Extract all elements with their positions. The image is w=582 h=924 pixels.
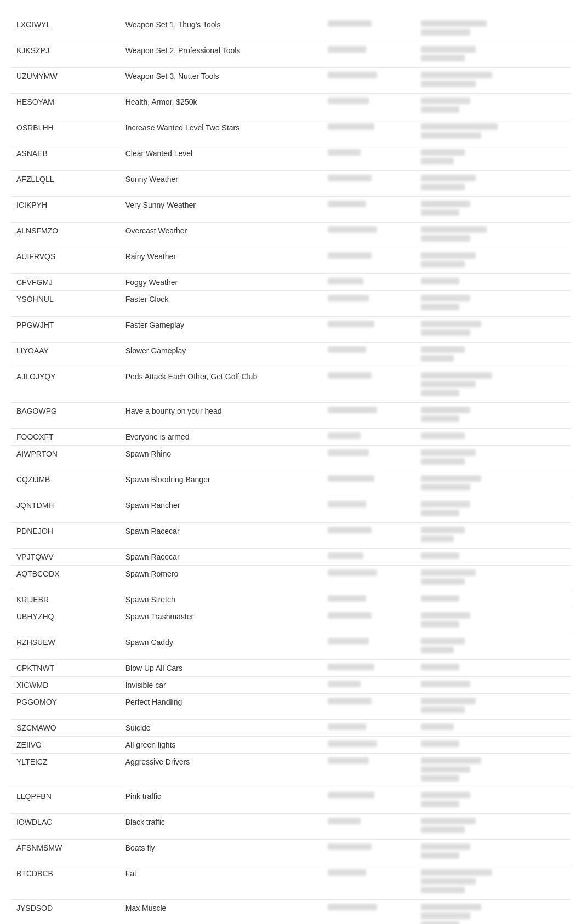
blurred-col2 [415,171,571,197]
blurred-col2 [415,754,571,788]
blurred-col2 [415,119,571,145]
blurred-col2 [415,608,571,634]
table-row: AFSNMSMWBoats fly [11,840,571,865]
cheat-name: Peds Attack Each Other, Get Golf Club [120,368,322,403]
cheat-name: Rainy Weather [120,248,322,274]
blurred-col2 [415,634,571,660]
table-row: ZEIIVGAll green lights [11,737,571,754]
table-row: UBHYZHQSpawn Trashmaster [11,608,571,634]
blurred-col2 [415,900,571,925]
cheat-name: Spawn Stretch [120,591,322,608]
blurred-col1 [322,814,415,840]
blurred-col2 [415,343,571,368]
cheat-name: Spawn Racecar [120,549,322,566]
cheat-name: Sunny Weather [120,171,322,197]
blurred-col1 [322,403,415,429]
blurred-col1 [322,497,415,523]
blurred-col2 [415,223,571,248]
table-row: HESOYAMHealth, Armor, $250k [11,94,571,119]
blurred-col1 [322,248,415,274]
table-row: KJKSZPJWeapon Set 2, Professional Tools [11,42,571,68]
cheat-code: JQNTDMH [11,497,120,523]
blurred-col1 [322,840,415,865]
cheat-name: All green lights [120,737,322,754]
table-row: RZHSUEWSpawn Caddy [11,634,571,660]
cheat-code: ALNSFMZO [11,223,120,248]
blurred-col2 [415,145,571,171]
blurred-col2 [415,814,571,840]
cheat-name: Slower Gameplay [120,343,322,368]
blurred-col1 [322,197,415,223]
blurred-col2 [415,591,571,608]
cheat-name: Spawn Caddy [120,634,322,660]
table-row: OSRBLHHIncrease Wanted Level Two Stars [11,119,571,145]
cheat-name: Spawn Racecar [120,523,322,549]
cheat-code: KJKSZPJ [11,42,120,68]
blurred-col1 [322,68,415,94]
cheat-name: Suicide [120,720,322,737]
table-row: ASNAEBClear Wanted Level [11,145,571,171]
blurred-col1 [322,865,415,900]
cheat-code: ASNAEB [11,145,120,171]
blurred-col1 [322,677,415,694]
blurred-col1 [322,274,415,291]
table-row: AIWPRTONSpawn Rhino [11,446,571,471]
cheat-code: ICIKPYH [11,197,120,223]
blurred-col2 [415,840,571,865]
cheat-table: LXGIWYLWeapon Set 1, Thug's ToolsKJKSZPJ… [11,16,571,924]
table-row: XICWMDInvisible car [11,677,571,694]
cheat-code: XICWMD [11,677,120,694]
table-row: YLTEICZAggressive Drivers [11,754,571,788]
blurred-col1 [322,591,415,608]
cheat-name: Spawn Rhino [120,446,322,471]
table-row: CPKTNWTBlow Up All Cars [11,660,571,677]
cheat-name: Max Muscle [120,900,322,925]
table-row: VPJTQWVSpawn Racecar [11,549,571,566]
table-row: LLQPFBNPink traffic [11,788,571,814]
cheat-code: PGGOMOY [11,694,120,720]
blurred-col2 [415,403,571,429]
table-row: BTCDBCBFat [11,865,571,900]
cheat-code: CFVFGMJ [11,274,120,291]
cheat-code: LLQPFBN [11,788,120,814]
table-row: YSOHNULFaster Clock [11,291,571,317]
blurred-col2 [415,549,571,566]
cheat-name: Invisible car [120,677,322,694]
cheat-code: AFSNMSMW [11,840,120,865]
blurred-col2 [415,497,571,523]
cheat-name: Faster Gameplay [120,317,322,343]
blurred-col2 [415,694,571,720]
cheat-code: LXGIWYL [11,16,120,42]
blurred-col2 [415,317,571,343]
blurred-col2 [415,865,571,900]
blurred-col1 [322,737,415,754]
blurred-col2 [415,677,571,694]
table-row: AFZLLQLLSunny Weather [11,171,571,197]
cheat-name: Black traffic [120,814,322,840]
blurred-col2 [415,523,571,549]
cheat-code: PDNEJOH [11,523,120,549]
table-row: PGGOMOYPerfect Handling [11,694,571,720]
table-row: IOWDLACBlack traffic [11,814,571,840]
table-row: PPGWJHTFaster Gameplay [11,317,571,343]
cheat-name: Weapon Set 3, Nutter Tools [120,68,322,94]
table-row: BAGOWPGHave a bounty on your head [11,403,571,429]
blurred-col2 [415,471,571,497]
blurred-col1 [322,754,415,788]
cheat-name: Aggressive Drivers [120,754,322,788]
cheat-name: Spawn Rancher [120,497,322,523]
cheat-name: Clear Wanted Level [120,145,322,171]
cheat-name: Overcast Weather [120,223,322,248]
cheat-code: RZHSUEW [11,634,120,660]
blurred-col1 [322,429,415,446]
cheat-code: OSRBLHH [11,119,120,145]
table-row: AQTBCODXSpawn Romero [11,566,571,591]
table-row: LIYOAAYSlower Gameplay [11,343,571,368]
table-row: KRIJEBRSpawn Stretch [11,591,571,608]
cheat-name: Weapon Set 2, Professional Tools [120,42,322,68]
blurred-col1 [322,471,415,497]
cheat-code: JYSDSOD [11,900,120,925]
cheat-name: Fat [120,865,322,900]
table-row: FOOOXFTEveryone is armed [11,429,571,446]
cheat-code: UBHYZHQ [11,608,120,634]
